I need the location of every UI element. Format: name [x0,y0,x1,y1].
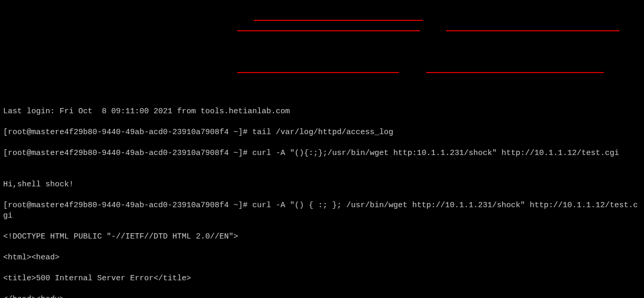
annotation-underline [426,72,604,73]
terminal-output-line: <!DOCTYPE HTML PUBLIC "-//IETF//DTD HTML… [3,232,641,242]
annotation-underline [237,72,399,73]
annotation-underline [254,20,423,21]
terminal-command-line: [root@mastere4f29b80-9440-49ab-acd0-2391… [3,200,641,221]
annotation-underline [446,30,619,31]
terminal-output-line: </head><body> [3,294,641,298]
annotation-underline [237,30,420,31]
terminal-command-line: [root@mastere4f29b80-9440-49ab-acd0-2391… [3,127,641,138]
terminal-output-line: <html><head> [3,253,641,263]
terminal-command-line: [root@mastere4f29b80-9440-49ab-acd0-2391… [3,148,641,159]
terminal-output-line: <title>500 Internal Server Error</title> [3,273,641,284]
terminal-output-line: Hi,shell shock! [3,180,641,190]
terminal-line: Last login: Fri Oct 8 09:11:00 2021 from… [3,106,641,117]
